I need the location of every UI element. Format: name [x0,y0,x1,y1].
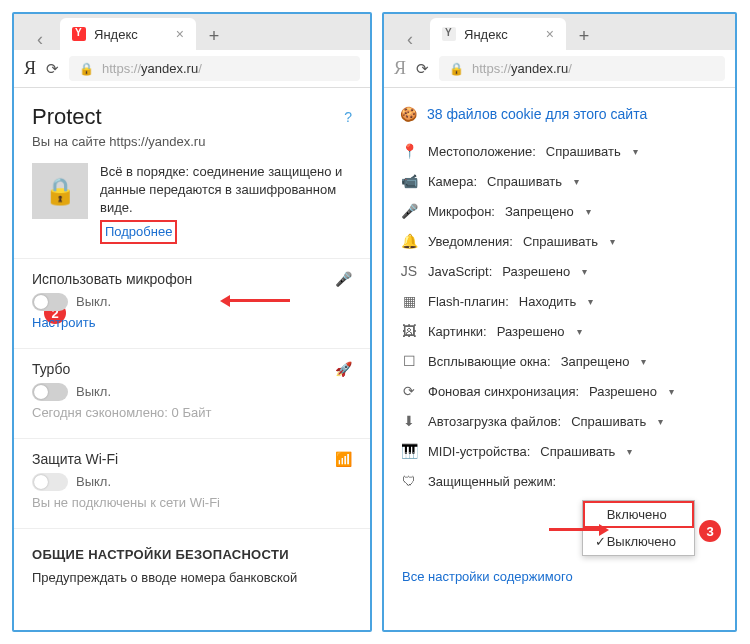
new-tab-button[interactable]: + [570,22,598,50]
setting-wifi: 📶 Защита Wi-Fi Выкл. Вы не подключены к … [32,439,352,514]
permission-label: Микрофон: [428,204,495,219]
permission-label: Всплывающие окна: [428,354,551,369]
reload-button[interactable]: ⟳ [416,60,429,78]
yandex-logo-icon[interactable]: Я [24,58,36,79]
microphone-toggle-state: Выкл. [76,294,111,309]
permission-value: Спрашивать [571,414,646,429]
reload-button[interactable]: ⟳ [46,60,59,78]
autodownload-icon: ⬇ [400,413,418,429]
setting-microphone: 🎤 Использовать микрофон Выкл. Настроить [32,259,352,334]
permission-row[interactable]: ☐Всплывающие окна: Запрещено▾ [398,346,721,376]
tab-yandex[interactable]: Яндекс × [60,18,196,50]
url-input[interactable]: 🔒 https://yandex.ru/ [439,56,725,81]
tab-yandex[interactable]: Яндекс × [430,18,566,50]
permission-row[interactable]: 🎤Микрофон: Запрещено▾ [398,196,721,226]
popups-icon: ☐ [400,353,418,369]
yandex-favicon-icon [72,27,86,41]
permission-row[interactable]: 📹Камера: Спрашивать▾ [398,166,721,196]
connection-status-text: Всё в порядке: соединение защищено и дан… [100,163,352,218]
javascript-icon: JS [400,263,418,279]
permission-label: JavaScript: [428,264,492,279]
turbo-toggle[interactable] [32,383,68,401]
permission-label: Flash-плагин: [428,294,509,309]
url-host: yandex.ru [141,61,198,76]
permission-value: Разрешено [589,384,657,399]
address-bar: Я ⟳ 🔒 https://yandex.ru/ [14,50,370,88]
chevron-down-icon: ▾ [574,176,579,187]
tab-title: Яндекс [94,27,138,42]
permission-row[interactable]: 📍Местоположение: Спрашивать▾ [398,136,721,166]
chevron-down-icon: ▾ [577,326,582,337]
url-scheme: https:// [102,61,141,76]
details-link[interactable]: Подробнее [100,220,177,244]
security-settings-subtext: Предупреждать о вводе номера банковской [32,570,352,585]
close-tab-icon[interactable]: × [176,26,184,42]
permission-value: Спрашивать [523,234,598,249]
microphone-configure-link[interactable]: Настроить [32,315,352,330]
yandex-favicon-icon [442,27,456,41]
permissions-panel: 🍪 38 файлов cookie для этого сайта 📍Мест… [384,88,735,628]
camera-icon: 📹 [400,173,418,189]
permission-row[interactable]: 🎹MIDI-устройства: Спрашивать▾ [398,436,721,466]
help-button[interactable]: ? [344,109,352,125]
permission-value: Запрещено [505,204,574,219]
permission-label: Местоположение: [428,144,536,159]
turbo-saved-text: Сегодня сэкономлено: 0 Байт [32,405,352,420]
permission-label: Камера: [428,174,477,189]
permission-label: Уведомления: [428,234,513,249]
permission-row[interactable]: 🔔Уведомления: Спрашивать▾ [398,226,721,256]
wifi-note-text: Вы не подключены к сети Wi-Fi [32,495,352,510]
all-content-settings-link[interactable]: Все настройки содержимого [400,561,575,592]
url-host: yandex.ru [511,61,568,76]
new-tab-button[interactable]: + [200,22,228,50]
url-scheme: https:// [472,61,511,76]
midi-icon: 🎹 [400,443,418,459]
annotation-arrow-3 [549,517,615,540]
permission-row[interactable]: ▦Flash-плагин: Находить▾ [398,286,721,316]
permission-label: MIDI-устройства: [428,444,530,459]
chevron-down-icon: ▾ [658,416,663,427]
wifi-toggle-state: Выкл. [76,474,111,489]
permission-row[interactable]: 🛡Защищенный режим: [398,466,721,496]
chevron-down-icon: ▾ [633,146,638,157]
close-tab-icon[interactable]: × [546,26,554,42]
background-sync-icon: ⟳ [400,383,418,399]
microphone-toggle[interactable] [32,293,68,311]
browser-window-left: ‹ Яндекс × + Я ⟳ 🔒 https://yandex.ru/ Pr… [12,12,372,632]
protected-mode-icon: 🛡 [400,473,418,489]
permission-row[interactable]: JSJavaScript: Разрешено▾ [398,256,721,286]
setting-wifi-title: Защита Wi-Fi [32,451,352,467]
permission-value: Находить [519,294,577,309]
permission-row[interactable]: 🖼Картинки: Разрешено▾ [398,316,721,346]
url-input[interactable]: 🔒 https://yandex.ru/ [69,56,360,81]
permission-value: Спрашивать [546,144,621,159]
nav-back-button[interactable]: ‹ [390,29,430,50]
cookie-icon: 🍪 [400,106,417,122]
lock-icon[interactable]: 🔒 [449,62,464,76]
address-bar: Я ⟳ 🔒 https://yandex.ru/ [384,50,735,88]
images-icon: 🖼 [400,323,418,339]
chevron-down-icon: ▾ [588,296,593,307]
site-subline: Вы на сайте https://yandex.ru [32,134,352,149]
lock-badge-icon: 🔒 [32,163,88,219]
chevron-down-icon: ▾ [627,446,632,457]
protect-panel: Protect ? Вы на сайте https://yandex.ru … [14,88,370,593]
nav-back-button[interactable]: ‹ [20,29,60,50]
permission-value: Разрешено [497,324,565,339]
url-path: / [198,61,202,76]
turbo-icon: 🚀 [335,361,352,377]
yandex-logo-icon[interactable]: Я [394,58,406,79]
cookies-link[interactable]: 38 файлов cookie для этого сайта [427,106,647,122]
annotation-step-3: 3 [699,520,721,542]
wifi-icon: 📶 [335,451,352,467]
permission-row[interactable]: ⬇Автозагрузка файлов: Спрашивать▾ [398,406,721,436]
tab-title: Яндекс [464,27,508,42]
permission-row[interactable]: ⟳Фоновая синхронизация: Разрешено▾ [398,376,721,406]
url-path: / [568,61,572,76]
permission-value: Спрашивать [487,174,562,189]
chevron-down-icon: ▾ [669,386,674,397]
microphone-icon: 🎤 [400,203,418,219]
lock-icon[interactable]: 🔒 [79,62,94,76]
setting-turbo-title: Турбо [32,361,352,377]
chevron-down-icon: ▾ [641,356,646,367]
